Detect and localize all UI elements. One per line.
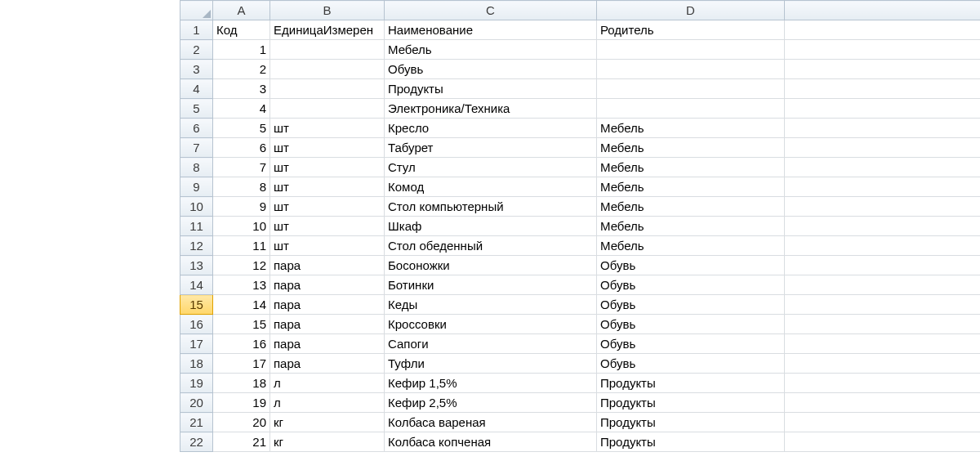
cell[interactable]: л xyxy=(270,374,385,393)
row-header[interactable]: 10 xyxy=(180,197,213,217)
row-header[interactable]: 11 xyxy=(180,217,213,236)
cell[interactable] xyxy=(597,79,785,99)
row-header[interactable]: 12 xyxy=(180,236,213,256)
cell[interactable]: Мебель xyxy=(597,197,785,217)
cell[interactable]: Обувь xyxy=(597,256,785,275)
cell[interactable] xyxy=(785,315,981,334)
cell[interactable]: Продукты xyxy=(597,393,785,413)
cell[interactable]: шт xyxy=(270,138,385,158)
cell[interactable]: Туфли xyxy=(385,354,597,374)
cell[interactable]: Электроника/Техника xyxy=(385,99,597,119)
cell[interactable]: Стол обеденный xyxy=(385,236,597,256)
cell[interactable]: Продукты xyxy=(597,374,785,393)
cell[interactable]: Мебель xyxy=(597,217,785,236)
cell[interactable]: 2 xyxy=(213,60,270,79)
column-header-C[interactable]: C xyxy=(385,1,597,20)
row-header[interactable]: 17 xyxy=(180,334,213,354)
cell[interactable]: 19 xyxy=(213,393,270,413)
cell[interactable]: Обувь xyxy=(597,275,785,295)
cell[interactable] xyxy=(785,393,981,413)
cell[interactable] xyxy=(785,40,981,60)
cell[interactable]: Комод xyxy=(385,177,597,197)
row-header[interactable]: 1 xyxy=(180,20,213,40)
cell[interactable]: 15 xyxy=(213,315,270,334)
cell[interactable]: 21 xyxy=(213,432,270,452)
cell[interactable]: шт xyxy=(270,119,385,138)
cell[interactable]: Продукты xyxy=(597,432,785,452)
cell[interactable] xyxy=(785,256,981,275)
cell[interactable] xyxy=(270,60,385,79)
cell[interactable] xyxy=(270,40,385,60)
cell[interactable]: 20 xyxy=(213,413,270,432)
cell[interactable]: шт xyxy=(270,217,385,236)
row-header[interactable]: 3 xyxy=(180,60,213,79)
cell[interactable]: 9 xyxy=(213,197,270,217)
cell[interactable]: Табурет xyxy=(385,138,597,158)
cell[interactable]: 14 xyxy=(213,295,270,315)
cell[interactable] xyxy=(785,197,981,217)
cell[interactable]: пара xyxy=(270,256,385,275)
row-header[interactable]: 14 xyxy=(180,275,213,295)
cell[interactable]: Стол компьютерный xyxy=(385,197,597,217)
row-header[interactable]: 7 xyxy=(180,138,213,158)
cell[interactable] xyxy=(785,119,981,138)
cell[interactable]: Обувь xyxy=(385,60,597,79)
cell[interactable] xyxy=(785,334,981,354)
cell[interactable]: Продукты xyxy=(597,413,785,432)
cell[interactable]: пара xyxy=(270,354,385,374)
cell[interactable]: Мебель xyxy=(385,40,597,60)
cell[interactable] xyxy=(785,217,981,236)
row-header[interactable]: 16 xyxy=(180,315,213,334)
cell[interactable]: Мебель xyxy=(597,236,785,256)
cell[interactable]: 12 xyxy=(213,256,270,275)
row-header[interactable]: 15 xyxy=(180,295,213,315)
cell[interactable]: шт xyxy=(270,158,385,177)
cell[interactable] xyxy=(785,138,981,158)
cell[interactable]: Кефир 1,5% xyxy=(385,374,597,393)
cell[interactable]: ЕдиницаИзмерен xyxy=(270,20,385,40)
cell[interactable]: пара xyxy=(270,295,385,315)
cell[interactable] xyxy=(597,60,785,79)
spreadsheet-grid[interactable]: A B C D 1КодЕдиницаИзмеренНаименованиеРо… xyxy=(180,0,980,452)
cell[interactable] xyxy=(785,79,981,99)
cell[interactable]: шт xyxy=(270,236,385,256)
cell[interactable]: 6 xyxy=(213,138,270,158)
cell[interactable]: Родитель xyxy=(597,20,785,40)
cell[interactable]: Мебель xyxy=(597,158,785,177)
cell[interactable]: 4 xyxy=(213,99,270,119)
row-header[interactable]: 6 xyxy=(180,119,213,138)
cell[interactable]: 10 xyxy=(213,217,270,236)
cell[interactable]: Колбаса копченая xyxy=(385,432,597,452)
cell[interactable]: 8 xyxy=(213,177,270,197)
cell[interactable]: Кроссовки xyxy=(385,315,597,334)
cell[interactable] xyxy=(785,374,981,393)
cell[interactable]: Код xyxy=(213,20,270,40)
cell[interactable] xyxy=(785,236,981,256)
cell[interactable]: шт xyxy=(270,197,385,217)
cell[interactable]: пара xyxy=(270,315,385,334)
cell[interactable] xyxy=(785,295,981,315)
cell[interactable] xyxy=(785,354,981,374)
cell[interactable] xyxy=(785,60,981,79)
cell[interactable] xyxy=(785,20,981,40)
row-header[interactable]: 21 xyxy=(180,413,213,432)
cell[interactable]: Ботинки xyxy=(385,275,597,295)
cell[interactable]: Обувь xyxy=(597,354,785,374)
select-all-corner[interactable] xyxy=(180,1,213,20)
cell[interactable]: пара xyxy=(270,275,385,295)
cell[interactable] xyxy=(785,177,981,197)
row-header[interactable]: 8 xyxy=(180,158,213,177)
cell[interactable] xyxy=(597,40,785,60)
cell[interactable]: Стул xyxy=(385,158,597,177)
cell[interactable]: л xyxy=(270,393,385,413)
column-header-B[interactable]: B xyxy=(270,1,385,20)
cell[interactable] xyxy=(785,413,981,432)
cell[interactable]: Мебель xyxy=(597,119,785,138)
row-header[interactable]: 5 xyxy=(180,99,213,119)
row-header[interactable]: 4 xyxy=(180,79,213,99)
cell[interactable]: 5 xyxy=(213,119,270,138)
cell[interactable]: Мебель xyxy=(597,177,785,197)
row-header[interactable]: 18 xyxy=(180,354,213,374)
cell[interactable]: 7 xyxy=(213,158,270,177)
cell[interactable]: 13 xyxy=(213,275,270,295)
